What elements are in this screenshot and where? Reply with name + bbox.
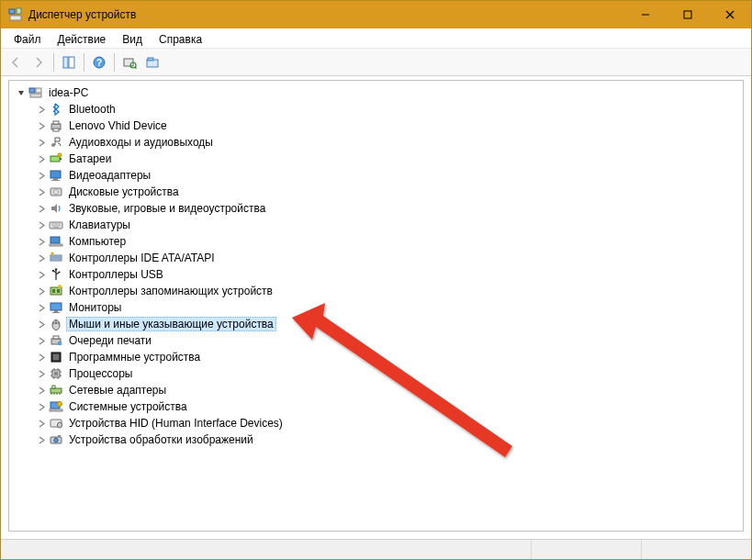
chevron-down-icon[interactable] [15, 86, 28, 99]
svg-point-78 [58, 402, 62, 407]
chevron-right-icon[interactable] [35, 318, 48, 330]
tree-node-system[interactable]: Системные устройства [11, 398, 743, 415]
menu-action[interactable]: Действие [51, 31, 114, 48]
chevron-right-icon[interactable] [35, 285, 48, 297]
statusbar-cell [641, 540, 751, 559]
chevron-right-icon[interactable] [35, 152, 48, 165]
monitor-icon [48, 300, 64, 315]
chevron-right-icon[interactable] [35, 351, 48, 364]
tree-node-label: Контроллеры запоминающих устройств [66, 284, 275, 298]
tree-node-sound[interactable]: Звуковые, игровые и видеоустройства [11, 200, 743, 217]
device-tree: idea-PCBluetoothLenovo Vhid DeviceАудиов… [9, 81, 743, 452]
chevron-right-icon[interactable] [35, 252, 48, 264]
svg-point-25 [58, 153, 62, 157]
chevron-right-icon[interactable] [35, 169, 48, 182]
statusbar-cell [531, 540, 641, 559]
tree-node-imaging[interactable]: Устройства обработки изображений [11, 431, 743, 448]
svg-rect-18 [30, 94, 41, 97]
svg-point-57 [58, 342, 62, 346]
menu-view[interactable]: Вид [115, 31, 150, 48]
cpu-icon [48, 366, 64, 381]
tree-root-label: idea-PC [46, 85, 91, 100]
tree-node-label: Lenovo Vhid Device [66, 118, 170, 133]
scan-hardware-button[interactable] [118, 51, 140, 73]
svg-rect-47 [57, 289, 60, 293]
chevron-right-icon[interactable] [35, 301, 48, 314]
tree-node-hid[interactable]: Устройства HID (Human Interface Devices) [11, 415, 743, 431]
properties-button[interactable] [141, 51, 163, 73]
tree-node-battery[interactable]: Батареи [11, 151, 743, 167]
maximize-button[interactable] [667, 1, 709, 28]
chevron-right-icon[interactable] [35, 218, 48, 231]
menu-help[interactable]: Справка [152, 31, 209, 48]
print-queue-icon [48, 333, 64, 348]
window-title: Диспетчер устройств [28, 8, 624, 21]
chevron-right-icon[interactable] [35, 185, 48, 198]
tree-node-network[interactable]: Сетевые адаптеры [11, 382, 743, 398]
tree-node-keyboard[interactable]: Клавиатуры [11, 217, 743, 233]
chevron-right-icon[interactable] [35, 235, 48, 248]
tree-node-monitor[interactable]: Мониторы [11, 299, 743, 316]
tree-node-label: Очереди печати [66, 333, 154, 348]
chevron-right-icon[interactable] [35, 384, 48, 397]
tree-node-printer[interactable]: Lenovo Vhid Device [11, 118, 743, 134]
software-device-icon [48, 350, 64, 364]
chevron-right-icon[interactable] [35, 268, 48, 281]
close-button[interactable] [709, 1, 751, 28]
tree-node-print-queue[interactable]: Очереди печати [11, 332, 743, 349]
svg-rect-61 [54, 372, 58, 375]
nav-forward-button [28, 51, 50, 73]
printer-icon [48, 118, 64, 133]
tree-node-usb[interactable]: Контроллеры USB [11, 266, 743, 283]
tree-node-label: Мыши и иные указывающие устройства [66, 317, 276, 331]
statusbar [1, 539, 751, 559]
chevron-right-icon[interactable] [35, 417, 48, 430]
tree-node-label: Устройства HID (Human Interface Devices) [66, 416, 286, 431]
device-tree-panel[interactable]: idea-PCBluetoothLenovo Vhid DeviceАудиов… [8, 80, 744, 532]
tree-node-cpu[interactable]: Процессоры [11, 365, 743, 382]
svg-rect-24 [60, 158, 62, 160]
help-button[interactable]: ? [88, 51, 110, 73]
chevron-right-icon[interactable] [35, 119, 48, 132]
tree-node-disk[interactable]: Дисковые устройства [11, 184, 743, 200]
svg-rect-27 [53, 178, 58, 180]
statusbar-cell [1, 540, 531, 559]
nav-back-button [5, 51, 27, 73]
tree-node-label: Системные устройства [66, 399, 190, 414]
svg-rect-16 [29, 88, 35, 93]
tree-node-ide[interactable]: Контроллеры IDE ATA/ATAPI [11, 250, 743, 266]
storage-ctrl-icon [48, 284, 64, 298]
chevron-right-icon[interactable] [35, 202, 48, 215]
sound-icon [48, 201, 64, 216]
app-icon [8, 7, 23, 22]
tree-root-node[interactable]: idea-PC [11, 84, 743, 101]
chevron-right-icon[interactable] [35, 334, 48, 347]
tree-node-label: Программные устройства [66, 350, 203, 364]
tree-node-label: Звуковые, игровые и видеоустройства [66, 201, 268, 216]
menu-file[interactable]: Файл [6, 31, 49, 48]
chevron-right-icon[interactable] [35, 136, 48, 149]
tree-node-label: Процессоры [66, 366, 136, 381]
bluetooth-icon [48, 102, 64, 117]
titlebar[interactable]: Диспетчер устройств [1, 1, 751, 28]
show-hide-console-tree-button[interactable] [58, 51, 80, 73]
minimize-button[interactable] [624, 1, 667, 28]
chevron-right-icon[interactable] [35, 103, 48, 116]
tree-node-display-adapter[interactable]: Видеоадаптеры [11, 167, 743, 184]
tree-node-software-device[interactable]: Программные устройства [11, 349, 743, 365]
display-adapter-icon [48, 168, 64, 183]
svg-text:?: ? [96, 58, 102, 68]
chevron-right-icon[interactable] [35, 400, 48, 413]
chevron-right-icon[interactable] [35, 433, 48, 446]
svg-point-22 [51, 143, 55, 147]
svg-point-82 [54, 438, 58, 442]
svg-rect-43 [52, 270, 54, 272]
chevron-right-icon[interactable] [35, 367, 48, 380]
tree-node-mouse[interactable]: Мыши и иные указывающие устройства [11, 316, 743, 332]
tree-node-audio-jack[interactable]: Аудиовходы и аудиовыходы [11, 134, 743, 151]
tree-node-computer[interactable]: Компьютер [11, 233, 743, 250]
tree-node-storage-ctrl[interactable]: Контроллеры запоминающих устройств [11, 283, 743, 299]
svg-rect-37 [50, 244, 62, 246]
tree-node-label: Батареи [66, 151, 114, 166]
tree-node-bluetooth[interactable]: Bluetooth [11, 101, 743, 118]
